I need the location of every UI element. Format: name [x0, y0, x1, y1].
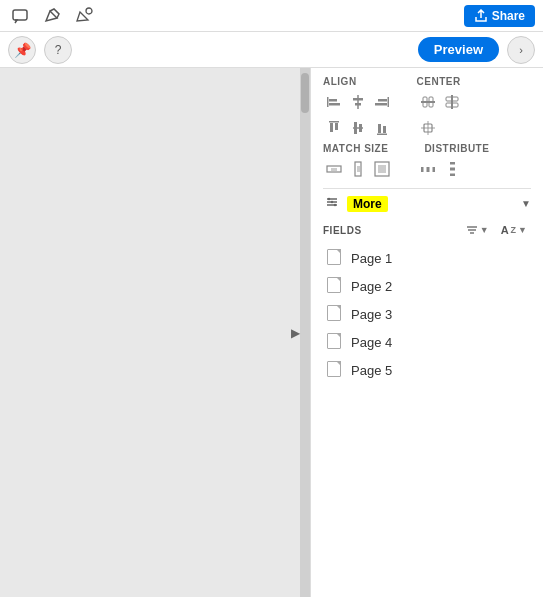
page-item-1[interactable]: Page 1 — [323, 244, 531, 272]
align-center-labels-row: ALIGN CENTER — [323, 76, 531, 87]
svg-rect-35 — [421, 167, 424, 172]
center-vertical-icon[interactable] — [441, 91, 463, 113]
scroll-thumb[interactable] — [301, 73, 309, 113]
align-bottom-icon[interactable] — [371, 117, 393, 139]
align-icons-row1 — [323, 91, 531, 113]
share-button[interactable]: Share — [464, 5, 535, 27]
svg-rect-10 — [375, 103, 387, 106]
page-icon-2 — [327, 277, 343, 295]
svg-rect-40 — [450, 174, 455, 177]
fields-sort-button[interactable]: A Z ▼ — [497, 222, 531, 238]
svg-rect-9 — [378, 99, 387, 102]
extra-button[interactable]: › — [507, 36, 535, 64]
match-width-icon[interactable] — [323, 158, 345, 180]
page-label-2: Page 2 — [351, 279, 392, 294]
center-group — [417, 91, 463, 113]
second-toolbar: 📌 ? Preview › — [0, 32, 543, 68]
svg-rect-19 — [335, 123, 338, 130]
svg-rect-32 — [357, 166, 360, 172]
align-label: ALIGN — [323, 76, 357, 87]
match-distribute-labels-row: MATCH SIZE DISTRIBUTE — [323, 143, 531, 154]
expand-arrow[interactable]: ▶ — [291, 326, 300, 340]
comment-icon[interactable] — [8, 4, 32, 28]
svg-point-1 — [86, 8, 92, 14]
distribute-group — [417, 158, 463, 180]
distribute-v-icon[interactable] — [441, 158, 463, 180]
svg-rect-24 — [378, 124, 381, 133]
match-height-icon[interactable] — [347, 158, 369, 180]
align-middle-v-icon[interactable] — [347, 117, 369, 139]
svg-rect-3 — [329, 99, 337, 102]
fields-filter-button[interactable]: ▼ — [462, 222, 493, 238]
align-left-icon[interactable] — [323, 91, 345, 113]
more-dropdown-arrow[interactable]: ▼ — [521, 198, 531, 209]
svg-point-46 — [334, 204, 336, 206]
page-label-5: Page 5 — [351, 363, 392, 378]
help-button[interactable]: ? — [44, 36, 72, 64]
svg-rect-30 — [331, 168, 337, 171]
svg-rect-18 — [330, 123, 333, 132]
page-icon-4 — [327, 333, 343, 351]
match-distribute-icons — [323, 158, 531, 180]
fields-label: FIELDS — [323, 225, 362, 236]
page-item-4[interactable]: Page 4 — [323, 328, 531, 356]
align-top-icon[interactable] — [323, 117, 345, 139]
svg-rect-8 — [388, 97, 390, 107]
page-label-4: Page 4 — [351, 335, 392, 350]
page-item-5[interactable]: Page 5 — [323, 356, 531, 384]
center-label: CENTER — [417, 76, 461, 87]
svg-rect-7 — [355, 103, 361, 106]
align-icons-row2 — [323, 117, 531, 139]
distribute-h-icon[interactable] — [417, 158, 439, 180]
annotate-icon[interactable] — [72, 4, 96, 28]
vertical-scrollbar[interactable] — [300, 68, 310, 597]
fields-controls: ▼ A Z ▼ — [462, 222, 531, 238]
svg-rect-27 — [427, 121, 429, 135]
main-area: ▶ ALIGN CENTER — [0, 68, 543, 597]
center-horizontal-icon[interactable] — [417, 91, 439, 113]
page-label-1: Page 1 — [351, 251, 392, 266]
center-all-icon[interactable] — [417, 117, 439, 139]
share-label: Share — [492, 9, 525, 23]
more-row: More ▼ — [323, 188, 531, 218]
top-toolbar: Share — [0, 0, 543, 32]
match-size-group — [323, 158, 393, 180]
fields-header: FIELDS ▼ A Z ▼ — [323, 222, 531, 238]
page-icon-1 — [327, 249, 343, 267]
svg-rect-17 — [329, 121, 339, 123]
svg-point-45 — [331, 201, 333, 203]
svg-rect-22 — [359, 124, 362, 132]
align-group-left — [323, 91, 393, 113]
svg-rect-0 — [13, 10, 27, 20]
center-group2 — [417, 117, 439, 139]
align-group-top — [323, 117, 393, 139]
page-item-3[interactable]: Page 3 — [323, 300, 531, 328]
match-both-icon[interactable] — [371, 158, 393, 180]
pen-icon[interactable] — [40, 4, 64, 28]
pages-list: Page 1 Page 2 Page 3 — [323, 244, 531, 384]
canvas-panel: ▶ — [0, 68, 310, 597]
svg-point-44 — [328, 198, 330, 200]
svg-rect-38 — [450, 162, 455, 165]
align-center-h-icon[interactable] — [347, 91, 369, 113]
preview-button[interactable]: Preview — [418, 37, 499, 62]
right-panel: ALIGN CENTER — [310, 68, 543, 597]
svg-rect-37 — [433, 167, 436, 172]
page-item-2[interactable]: Page 2 — [323, 272, 531, 300]
svg-rect-23 — [377, 134, 387, 136]
svg-rect-6 — [353, 98, 363, 101]
align-right-icon[interactable] — [371, 91, 393, 113]
match-size-label: MATCH SIZE — [323, 143, 388, 154]
pin-button[interactable]: 📌 — [8, 36, 36, 64]
svg-rect-4 — [329, 103, 340, 106]
distribute-label: DISTRIBUTE — [424, 143, 489, 154]
tools-icon — [323, 193, 341, 214]
svg-rect-2 — [327, 97, 329, 107]
page-icon-3 — [327, 305, 343, 323]
page-icon-5 — [327, 361, 343, 379]
svg-rect-36 — [427, 167, 430, 172]
page-label-3: Page 3 — [351, 307, 392, 322]
svg-rect-21 — [354, 122, 357, 134]
svg-rect-34 — [378, 165, 386, 173]
more-badge[interactable]: More — [347, 196, 388, 212]
